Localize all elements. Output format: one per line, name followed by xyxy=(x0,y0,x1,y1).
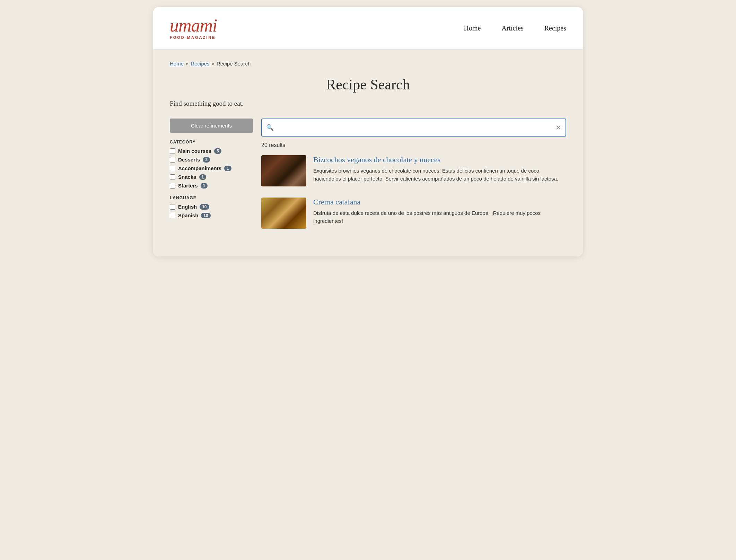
filter-english-count: 10 xyxy=(200,204,209,210)
main-nav: Home Articles Recipes xyxy=(464,24,566,32)
filter-main-courses-count: 5 xyxy=(214,148,221,154)
category-filter-section: CATEGORY Main courses 5 Desserts 2 Accom… xyxy=(170,140,253,189)
breadcrumb-home[interactable]: Home xyxy=(170,61,184,67)
sidebar: Clear refinements CATEGORY Main courses … xyxy=(170,119,253,225)
filter-starters-count: 1 xyxy=(201,183,208,189)
filter-starters-label: Starters xyxy=(178,183,198,189)
breadcrumb: Home » Recipes » Recipe Search xyxy=(170,61,566,67)
filter-desserts[interactable]: Desserts 2 xyxy=(170,157,253,163)
nav-recipes[interactable]: Recipes xyxy=(544,24,566,32)
filter-main-courses[interactable]: Main courses 5 xyxy=(170,148,253,154)
filter-snacks-checkbox[interactable] xyxy=(170,174,175,180)
language-filter-section: LANGUAGE English 10 Spanish 10 xyxy=(170,195,253,218)
search-clear-icon[interactable]: ✕ xyxy=(555,123,561,132)
result-title-2[interactable]: Crema catalana xyxy=(313,198,566,207)
filter-accompaniments-checkbox[interactable] xyxy=(170,166,175,171)
filter-starters[interactable]: Starters 1 xyxy=(170,183,253,189)
page-title: Recipe Search xyxy=(170,76,566,93)
page-subtitle: Find something good to eat. xyxy=(170,100,566,107)
result-desc-2: Disfruta de esta dulce receta de uno de … xyxy=(313,209,566,225)
filter-desserts-checkbox[interactable] xyxy=(170,157,175,163)
filter-spanish[interactable]: Spanish 10 xyxy=(170,212,253,218)
filter-accompaniments[interactable]: Accompaniments 1 xyxy=(170,165,253,171)
filter-main-courses-checkbox[interactable] xyxy=(170,148,175,154)
results-area: 🔍 ✕ 20 results Bizcochos veganos de choc… xyxy=(261,119,566,240)
result-text: Bizcochos veganos de chocolate y nueces … xyxy=(313,155,566,183)
breadcrumb-recipes[interactable]: Recipes xyxy=(191,61,209,67)
logo-text: umami xyxy=(170,17,217,35)
nav-home[interactable]: Home xyxy=(464,24,481,32)
breadcrumb-sep1: » xyxy=(186,61,189,67)
site-header: umami FOOD MAGAZINE Home Articles Recipe… xyxy=(153,7,583,50)
breadcrumb-current: Recipe Search xyxy=(217,61,251,67)
search-box-wrapper: 🔍 ✕ xyxy=(261,119,566,137)
filter-english-checkbox[interactable] xyxy=(170,204,175,210)
filter-spanish-label: Spanish xyxy=(178,212,198,218)
filter-snacks-count: 1 xyxy=(199,174,207,180)
filter-main-courses-label: Main courses xyxy=(178,148,211,154)
search-icon: 🔍 xyxy=(266,124,274,131)
result-title-1[interactable]: Bizcochos veganos de chocolate y nueces xyxy=(313,155,566,164)
search-input[interactable] xyxy=(261,119,566,137)
filter-english-label: English xyxy=(178,204,197,210)
logo-subtitle: FOOD MAGAZINE xyxy=(170,35,216,40)
logo: umami FOOD MAGAZINE xyxy=(170,17,217,40)
breadcrumb-sep2: » xyxy=(212,61,214,67)
result-image-brownies xyxy=(261,155,306,186)
filter-desserts-label: Desserts xyxy=(178,157,200,163)
filter-spanish-checkbox[interactable] xyxy=(170,213,175,218)
filter-snacks-label: Snacks xyxy=(178,174,196,180)
category-label: CATEGORY xyxy=(170,140,253,145)
filter-starters-checkbox[interactable] xyxy=(170,183,175,189)
language-label: LANGUAGE xyxy=(170,195,253,200)
filter-accompaniments-count: 1 xyxy=(224,166,231,171)
result-image-placeholder xyxy=(261,155,306,186)
search-row: Clear refinements CATEGORY Main courses … xyxy=(170,119,566,240)
main-content: Home » Recipes » Recipe Search Recipe Se… xyxy=(153,50,583,256)
nav-articles[interactable]: Articles xyxy=(501,24,523,32)
result-item: Crema catalana Disfruta de esta dulce re… xyxy=(261,198,566,229)
results-count: 20 results xyxy=(261,142,566,148)
filter-accompaniments-label: Accompaniments xyxy=(178,165,221,171)
filter-english[interactable]: English 10 xyxy=(170,204,253,210)
result-desc-1: Exquisitos brownies veganos de chocolate… xyxy=(313,167,566,183)
filter-desserts-count: 2 xyxy=(203,157,210,163)
result-item: Bizcochos veganos de chocolate y nueces … xyxy=(261,155,566,186)
clear-refinements-button[interactable]: Clear refinements xyxy=(170,119,253,133)
result-image-placeholder xyxy=(261,198,306,229)
result-text: Crema catalana Disfruta de esta dulce re… xyxy=(313,198,566,225)
result-image-crema xyxy=(261,198,306,229)
filter-spanish-count: 10 xyxy=(201,213,210,218)
filter-snacks[interactable]: Snacks 1 xyxy=(170,174,253,180)
